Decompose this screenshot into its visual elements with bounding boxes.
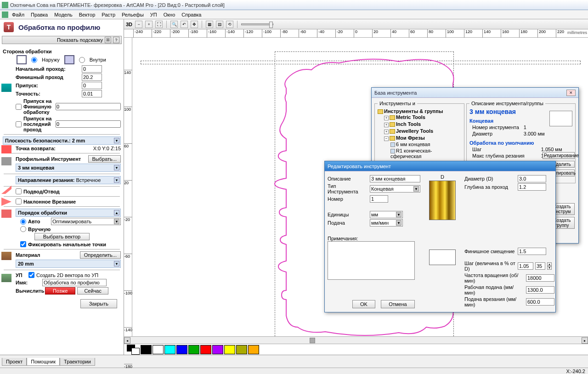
outside-radio[interactable]: [31, 57, 37, 63]
color-swatch[interactable]: [236, 345, 247, 354]
fg-bg-swatch[interactable]: [127, 345, 140, 355]
spindle-input[interactable]: [526, 274, 554, 282]
tab-assistant[interactable]: Помощник: [27, 358, 60, 366]
scroll-right-icon[interactable]: ▸: [582, 337, 588, 344]
ok-button[interactable]: OK: [352, 300, 375, 308]
tab-project[interactable]: Проект: [2, 358, 27, 366]
ramp-check[interactable]: [16, 198, 22, 204]
auto-radio[interactable]: [20, 219, 26, 225]
select-vector-button[interactable]: Выбрать вектор: [34, 233, 90, 240]
zoom-in-icon[interactable]: +: [145, 21, 153, 28]
collapse-icon[interactable]: −: [384, 136, 389, 141]
pan-icon[interactable]: ✥: [191, 21, 198, 28]
menu-toolpath[interactable]: УП: [147, 11, 160, 18]
start-pass-input[interactable]: [82, 65, 102, 73]
cut-dir-bar[interactable]: Направление резания: Встречное▼: [16, 176, 121, 184]
chevron-down-icon[interactable]: ▼: [114, 177, 119, 183]
feed-select[interactable]: мм/мин▼: [370, 219, 403, 227]
close-icon[interactable]: ✕: [566, 90, 576, 96]
menu-help[interactable]: Справка: [179, 11, 204, 18]
finish-allow-input[interactable]: [56, 103, 121, 110]
tree-group[interactable]: Metric Tools: [396, 114, 425, 120]
chevron-down-icon[interactable]: ▼: [114, 165, 119, 170]
tree-root[interactable]: Инструменты & группы: [384, 108, 443, 114]
lead-check[interactable]: [16, 188, 22, 194]
create-2d-check[interactable]: [28, 272, 34, 278]
toggle-b-icon[interactable]: ▤: [216, 21, 223, 28]
fix-start-check[interactable]: [20, 241, 26, 247]
optimize-select[interactable]: Оптимизировать▼: [51, 218, 121, 225]
hint-toggle-icon[interactable]: ☒: [105, 37, 111, 43]
toggle-c-icon[interactable]: ⟲: [226, 21, 233, 28]
3d-button[interactable]: 3D: [126, 22, 132, 27]
edittool-titlebar[interactable]: Редактировать инструмент: [325, 161, 555, 171]
chevron-down-icon[interactable]: ▼: [114, 138, 119, 143]
scroll-left-icon[interactable]: ◂: [124, 337, 130, 344]
toolpath-name-input[interactable]: [42, 279, 107, 286]
inside-radio[interactable]: [79, 57, 85, 63]
stepdown-input[interactable]: [518, 183, 546, 191]
finish-allow-check[interactable]: [16, 104, 22, 110]
later-button[interactable]: Позже: [45, 287, 75, 295]
order-bar[interactable]: Порядок обработки▲: [16, 209, 121, 217]
tool-tree[interactable]: Инструменты & группы +Metric Tools +Inch…: [378, 108, 461, 167]
zoom-fit-icon[interactable]: ⛶: [155, 21, 163, 28]
expand-icon[interactable]: +: [384, 123, 389, 127]
last-pass-check[interactable]: [16, 121, 22, 127]
color-swatch[interactable]: [164, 345, 175, 354]
menu-edit[interactable]: Правка: [28, 11, 51, 18]
menu-vector[interactable]: Вектор: [76, 11, 98, 18]
color-swatch[interactable]: [224, 345, 235, 354]
spin-down-icon[interactable]: ▼: [547, 266, 552, 270]
define-material-button[interactable]: Определить...: [80, 251, 121, 259]
color-swatch[interactable]: [153, 345, 164, 354]
stepover-pct-input[interactable]: [535, 262, 545, 270]
close-button[interactable]: Закрыть: [80, 299, 117, 308]
color-swatch[interactable]: [200, 345, 211, 354]
finish-pass-input[interactable]: [82, 74, 102, 81]
last-pass-input[interactable]: [56, 120, 121, 128]
expand-icon[interactable]: +: [384, 116, 389, 120]
tree-group[interactable]: Мои Фрезы: [396, 135, 425, 141]
tooldb-edit-button[interactable]: Редактирование: [543, 152, 575, 159]
slider[interactable]: [241, 23, 273, 25]
plunge-input[interactable]: [526, 298, 554, 306]
allowance-input[interactable]: [82, 82, 102, 89]
select-tool-button[interactable]: Выбрать...: [88, 155, 121, 163]
color-swatch[interactable]: [176, 345, 187, 354]
manual-radio[interactable]: [20, 226, 26, 232]
color-swatch[interactable]: [212, 345, 223, 354]
tolerance-input[interactable]: [82, 90, 102, 97]
finishoff-input[interactable]: [518, 248, 546, 255]
now-button[interactable]: Сейчас: [77, 287, 108, 295]
color-swatch[interactable]: [188, 345, 199, 354]
cancel-button[interactable]: Отмена: [381, 300, 414, 308]
color-swatch[interactable]: [141, 345, 152, 354]
menu-model[interactable]: Модель: [51, 11, 75, 18]
zoom-out-icon[interactable]: −: [135, 21, 142, 28]
scrollbar-horizontal[interactable]: ◂ ▸: [124, 336, 588, 344]
hint-help-icon[interactable]: ?: [113, 37, 119, 43]
expand-icon[interactable]: +: [384, 130, 389, 134]
chevron-up-icon[interactable]: ▲: [114, 210, 119, 215]
stepover-mm-input[interactable]: [518, 262, 533, 270]
zoom-window-icon[interactable]: 🔍: [170, 21, 178, 28]
menu-raster[interactable]: Растр: [99, 11, 118, 18]
desc-input[interactable]: [370, 175, 420, 182]
hint-bar[interactable]: Показать подсказку ☒ ?: [2, 36, 122, 44]
menu-reliefs[interactable]: Рельефы: [119, 11, 147, 18]
tree-tool[interactable]: 6 мм концевая: [396, 142, 430, 147]
chevron-down-icon[interactable]: ▼: [114, 261, 119, 266]
color-swatch[interactable]: [248, 345, 259, 354]
scroll-thumb[interactable]: [310, 338, 315, 343]
menu-file[interactable]: Файл: [9, 11, 27, 18]
menu-window[interactable]: Окно: [161, 11, 178, 18]
notes-input[interactable]: [328, 241, 415, 280]
num-input[interactable]: [370, 195, 388, 203]
feedrate-input[interactable]: [526, 286, 554, 294]
tree-group[interactable]: Inch Tools: [396, 121, 421, 127]
diameter-input[interactable]: [518, 175, 546, 182]
type-select[interactable]: Концевая▼: [370, 185, 420, 193]
spin-up-icon[interactable]: ▲: [547, 262, 552, 266]
material-value-bar[interactable]: 20 mm▼: [16, 260, 121, 268]
